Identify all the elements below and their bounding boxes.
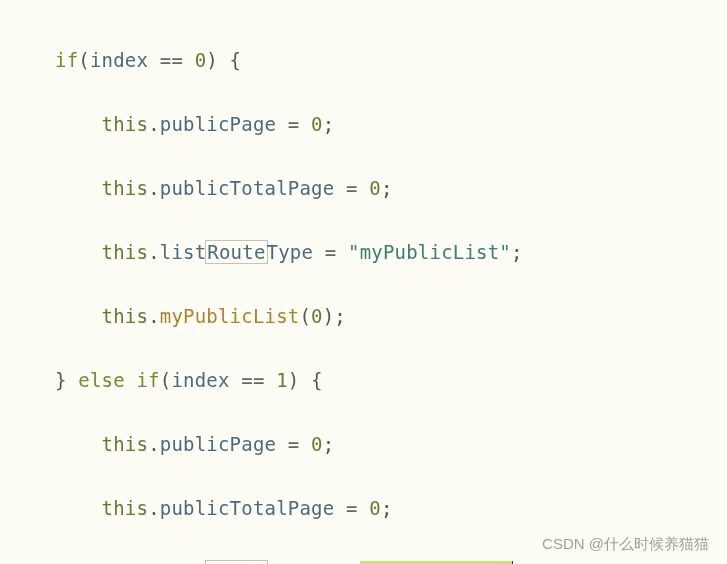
semicolon: ; xyxy=(323,113,335,135)
code-block: if(index == 0) { this.publicPage = 0; th… xyxy=(0,0,727,564)
operator-eq: == xyxy=(230,369,277,391)
dot: . xyxy=(148,305,160,327)
watermark: CSDN @什么时候养猫猫 xyxy=(542,535,709,554)
property: publicTotalPage xyxy=(160,497,335,519)
keyword-if: if xyxy=(136,369,159,391)
paren-open: ( xyxy=(299,305,311,327)
code-line: this.publicPage = 0; xyxy=(55,428,727,460)
keyword-this: this xyxy=(102,433,149,455)
code-line: } else if(index == 1) { xyxy=(55,364,727,396)
dot: . xyxy=(148,433,160,455)
semicolon: ; xyxy=(381,497,393,519)
code-line: this.publicPage = 0; xyxy=(55,108,727,140)
keyword-this: this xyxy=(102,497,149,519)
paren-close-brace: ) { xyxy=(288,369,323,391)
keyword-if: if xyxy=(55,49,78,71)
number-literal: 1 xyxy=(276,369,288,391)
keyword-this: this xyxy=(102,113,149,135)
semicolon: ; xyxy=(511,241,523,263)
identifier: index xyxy=(171,369,229,391)
number-literal: 0 xyxy=(369,177,381,199)
property: publicPage xyxy=(160,433,276,455)
code-line: this.listRouteType = "myPrivateList"; xyxy=(55,556,727,564)
code-line: this.publicTotalPage = 0; xyxy=(55,172,727,204)
paren-open: ( xyxy=(78,49,90,71)
paren-close-brace: ) { xyxy=(206,49,241,71)
property-boxed: Route xyxy=(205,560,267,564)
quote-close: " xyxy=(499,241,511,263)
paren-close: ) xyxy=(323,305,335,327)
code-line: this.publicTotalPage = 0; xyxy=(55,492,727,524)
number-literal: 0 xyxy=(369,497,381,519)
code-line: this.listRouteType = "myPublicList"; xyxy=(55,236,727,268)
number-literal: 0 xyxy=(311,305,323,327)
operator-assign: = xyxy=(334,497,369,519)
paren-open: ( xyxy=(160,369,172,391)
method-call: myPublicList xyxy=(160,305,300,327)
dot: . xyxy=(148,497,160,519)
operator-assign: = xyxy=(313,241,348,263)
code-line: this.myPublicList(0); xyxy=(55,300,727,332)
dot: . xyxy=(148,113,160,135)
semicolon: ; xyxy=(334,305,346,327)
dot: . xyxy=(148,241,160,263)
keyword-else: else xyxy=(67,369,137,391)
number-literal: 0 xyxy=(311,113,323,135)
string-literal: myPublicList xyxy=(360,241,500,263)
operator-eq: == xyxy=(148,49,195,71)
quote-open: " xyxy=(348,241,360,263)
property: publicPage xyxy=(160,113,276,135)
property-part: Type xyxy=(267,241,314,263)
code-line: if(index == 0) { xyxy=(55,44,727,76)
property-part: list xyxy=(160,241,207,263)
brace-close: } xyxy=(55,369,67,391)
number-literal: 0 xyxy=(195,49,207,71)
operator-assign: = xyxy=(276,433,311,455)
identifier: index xyxy=(90,49,148,71)
dot: . xyxy=(148,177,160,199)
operator-assign: = xyxy=(334,177,369,199)
keyword-this: this xyxy=(102,177,149,199)
property: publicTotalPage xyxy=(160,177,335,199)
operator-assign: = xyxy=(276,113,311,135)
semicolon: ; xyxy=(323,433,335,455)
number-literal: 0 xyxy=(311,433,323,455)
property-boxed: Route xyxy=(205,240,267,264)
keyword-this: this xyxy=(102,305,149,327)
semicolon: ; xyxy=(381,177,393,199)
keyword-this: this xyxy=(102,241,149,263)
